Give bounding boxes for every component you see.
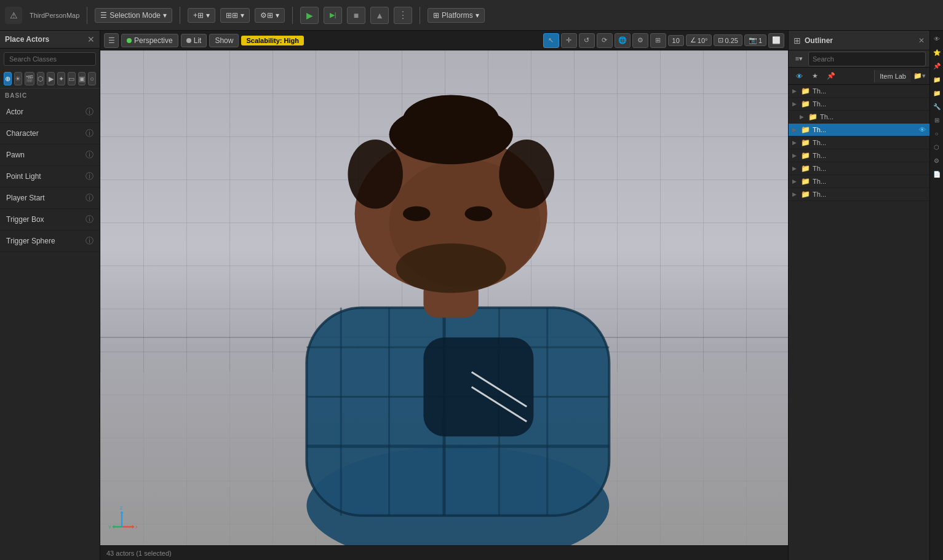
- play-button[interactable]: ▶: [300, 7, 319, 24]
- outliner-star-icon[interactable]: ★: [808, 69, 822, 83]
- outliner-folder-8[interactable]: ▶ 📁 Th...: [789, 188, 929, 201]
- actor-info-player-start[interactable]: ⓘ: [86, 192, 94, 203]
- transform-tool-button[interactable]: ✛: [561, 33, 577, 48]
- viewport-canvas[interactable]: X Y Z: [100, 50, 788, 545]
- outliner-pin-icon[interactable]: 📌: [824, 69, 838, 83]
- actor-item-trigger-box[interactable]: Trigger Box ⓘ: [0, 209, 100, 231]
- angle-snap-button[interactable]: ∠ 10°: [686, 34, 712, 46]
- actor-item-actor[interactable]: Actor ⓘ: [0, 101, 100, 123]
- outliner-folder-5[interactable]: ▶ 📁 Th...: [789, 149, 929, 162]
- folder-icon-sel: 📁: [801, 125, 810, 134]
- main-content: Place Actors ✕ ⊕ ☀ 🎬 ⬡ ▶ ✦ ▭ ▣ ○ BASIC A…: [0, 31, 943, 560]
- camera-speed-button[interactable]: 📷 1: [744, 34, 766, 46]
- actor-info-pawn[interactable]: ⓘ: [86, 149, 94, 160]
- outliner-folder-4[interactable]: ▶ 📁 Th...: [789, 136, 929, 149]
- outliner-close-button[interactable]: ✕: [918, 36, 925, 45]
- outliner-folder-7[interactable]: ▶ 📁 Th...: [789, 175, 929, 188]
- actor-info-character[interactable]: ⓘ: [86, 128, 94, 139]
- actor-icon-actor[interactable]: ▶: [47, 72, 55, 85]
- viewport-menu-button[interactable]: ☰: [104, 33, 119, 48]
- actor-item-pawn[interactable]: Pawn ⓘ: [0, 144, 100, 166]
- actor-icon-basic[interactable]: ⊕: [4, 72, 12, 85]
- lit-dropdown[interactable]: Lit: [181, 34, 207, 47]
- outliner-folder-selected[interactable]: ▶ 📁 Th... 👁: [789, 124, 929, 136]
- select-tool-button[interactable]: ↖: [543, 33, 559, 48]
- viewport-toolbar: ☰ Perspective Lit Show Scalability: High…: [100, 31, 788, 50]
- outliner-eye-icon[interactable]: 👁: [792, 69, 806, 83]
- snap-button[interactable]: ⊞⊞ ▾: [220, 8, 250, 23]
- world-tool-button[interactable]: 🌐: [615, 33, 631, 48]
- side-icon-11[interactable]: 📄: [931, 168, 942, 179]
- outliner-filter-button[interactable]: ≡▾: [792, 52, 806, 66]
- side-icon-8[interactable]: ○: [931, 128, 942, 139]
- perspective-dropdown[interactable]: Perspective: [121, 34, 178, 47]
- side-icon-5[interactable]: 📁: [931, 87, 942, 98]
- folder-icon-2: 📁: [801, 100, 810, 108]
- scalability-badge[interactable]: Scalability: High: [241, 36, 304, 45]
- actor-icon-light[interactable]: ☀: [14, 72, 22, 85]
- side-icon-7[interactable]: ⊞: [931, 114, 942, 125]
- separator-4: [420, 7, 420, 24]
- scale-snap-button[interactable]: ⊡ 0.25: [714, 34, 742, 46]
- lit-dot: [186, 38, 191, 43]
- side-icon-1[interactable]: 👁: [931, 33, 942, 44]
- side-icon-2[interactable]: ⭐: [931, 47, 942, 58]
- outliner-folder-1[interactable]: ▶ 📁 Th...: [789, 85, 929, 98]
- scene-wall-grid: [100, 50, 788, 545]
- tree-arrow-3: ▶: [800, 114, 807, 120]
- outliner-toolbar: ≡▾: [789, 50, 929, 68]
- item-lab-icon[interactable]: 📁▾: [913, 72, 926, 80]
- actor-info-actor[interactable]: ⓘ: [86, 106, 94, 117]
- actor-item-player-start[interactable]: Player Start ⓘ: [0, 187, 100, 209]
- show-dropdown[interactable]: Show: [209, 34, 239, 47]
- actor-icon-camera[interactable]: 🎬: [25, 72, 34, 85]
- side-icon-9[interactable]: ⬡: [931, 141, 942, 152]
- xyz-axis-indicator: X Y Z: [106, 502, 137, 533]
- actor-info-trigger-sphere[interactable]: ⓘ: [86, 235, 94, 246]
- rotate-tool-button[interactable]: ↺: [579, 33, 595, 48]
- settings-button[interactable]: ⚙⊞ ▾: [255, 8, 285, 23]
- grid-size-button[interactable]: 10: [668, 35, 684, 46]
- scale-tool-button[interactable]: ⟳: [597, 33, 613, 48]
- window-title: ThirdPersonMap: [30, 12, 79, 19]
- visibility-icon-sel[interactable]: 👁: [919, 126, 926, 133]
- lit-label: Lit: [194, 36, 202, 45]
- actor-icon-shape[interactable]: ✦: [57, 72, 65, 85]
- selection-mode-button[interactable]: ☰ Selection Mode ▾: [95, 8, 172, 23]
- actor-info-point-light[interactable]: ⓘ: [86, 171, 94, 182]
- actor-icon-sphere[interactable]: ○: [88, 72, 96, 85]
- perspective-dot: [127, 38, 132, 43]
- grid-view-button[interactable]: ⊞: [650, 33, 666, 48]
- settings-tool-button[interactable]: ⚙: [632, 33, 648, 48]
- side-icon-10[interactable]: ⚙: [931, 155, 942, 166]
- platforms-button[interactable]: ⊞ Platforms ▾: [428, 8, 485, 23]
- stop-button[interactable]: ■: [347, 7, 365, 24]
- advance-frame-button[interactable]: ▶|: [324, 7, 342, 24]
- outliner-icons-row: 👁 ★ 📌 Item Lab 📁▾: [789, 68, 929, 85]
- add-actor-button[interactable]: +⊞ ▾: [188, 8, 215, 23]
- side-icon-6[interactable]: 🔧: [931, 101, 942, 112]
- outliner-folder-3[interactable]: ▶ 📁 Th...: [789, 111, 929, 124]
- snap-chevron: ▾: [241, 11, 244, 20]
- svg-text:Y: Y: [108, 525, 111, 529]
- actor-icon-mesh[interactable]: ⬡: [37, 72, 45, 85]
- side-icon-4[interactable]: 📁: [931, 74, 942, 85]
- more-button[interactable]: ⋮: [394, 7, 412, 24]
- actor-item-character[interactable]: Character ⓘ: [0, 123, 100, 144]
- eject-button[interactable]: ▲: [370, 7, 389, 24]
- item-lab-tab[interactable]: Item Lab: [874, 70, 911, 82]
- panel-header: Place Actors ✕: [0, 31, 100, 49]
- outliner-folder-2[interactable]: ▶ 📁 Th...: [789, 98, 929, 111]
- search-classes-input[interactable]: [4, 52, 96, 66]
- side-icon-3[interactable]: 📌: [931, 60, 942, 71]
- actor-icon-floor[interactable]: ▭: [68, 72, 76, 85]
- actor-info-trigger-box[interactable]: ⓘ: [86, 214, 94, 225]
- actor-name-actor: Actor: [6, 108, 23, 116]
- fullscreen-button[interactable]: ⬜: [768, 33, 784, 48]
- actor-item-point-light[interactable]: Point Light ⓘ: [0, 166, 100, 187]
- actor-icon-box[interactable]: ▣: [78, 72, 86, 85]
- actor-item-trigger-sphere[interactable]: Trigger Sphere ⓘ: [0, 231, 100, 252]
- panel-close-button[interactable]: ✕: [87, 34, 95, 44]
- outliner-search-input[interactable]: [808, 52, 926, 66]
- outliner-folder-6[interactable]: ▶ 📁 Th...: [789, 162, 929, 175]
